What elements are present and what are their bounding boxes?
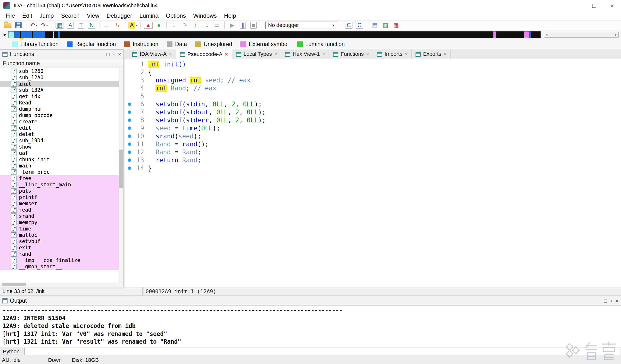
tab-hex-view-1[interactable]: Hex View-1×	[281, 49, 329, 59]
structs-button[interactable]: ▦	[54, 21, 65, 29]
maximize-panel-button[interactable]: □	[106, 52, 110, 57]
code-line-10[interactable]: 10 srand(seed);	[125, 132, 621, 140]
signatures-button[interactable]: ▥	[380, 21, 391, 29]
tab-local-types[interactable]: Local Types×	[232, 49, 281, 59]
maximize-button[interactable]: □	[585, 0, 603, 11]
jump-forward-button[interactable]: ↳	[112, 21, 123, 29]
horizontal-scrollbar[interactable]	[0, 282, 123, 287]
close-button[interactable]: ×	[603, 0, 621, 11]
compile-script-button[interactable]: C	[344, 21, 354, 29]
tab-functions[interactable]: Functions×	[329, 49, 373, 59]
close-icon[interactable]: ×	[444, 52, 447, 56]
function-row-create[interactable]: ƒcreate	[0, 119, 119, 125]
code-line-12[interactable]: 12 Rand = Rand;	[125, 148, 621, 156]
run-to-cursor-button[interactable]: ↴	[201, 21, 211, 29]
python-input[interactable]	[24, 348, 620, 355]
maximize-panel-button[interactable]: □	[604, 298, 607, 303]
start-process-button[interactable]: ●	[154, 21, 164, 29]
float-panel-button[interactable]: ▫	[610, 298, 612, 303]
function-row-puts[interactable]: ƒputs	[0, 188, 119, 194]
code-line-13[interactable]: 13 return Rand;	[125, 156, 621, 164]
close-icon[interactable]: ×	[322, 52, 325, 56]
names-button[interactable]: N	[86, 21, 97, 29]
run-until-return-button[interactable]: ↑	[190, 21, 201, 29]
pause-button[interactable]: ∥	[238, 21, 248, 29]
vertical-scrollbar[interactable]	[119, 68, 123, 282]
function-row-libc-start-main[interactable]: ƒ__libc_start_main	[0, 182, 119, 188]
function-row-dump-opcode[interactable]: ƒdump_opcode	[0, 112, 119, 119]
menu-jump[interactable]: Jump	[36, 11, 57, 20]
menu-options[interactable]: Options	[162, 11, 190, 20]
save-file-button[interactable]	[13, 21, 24, 29]
function-row-free[interactable]: ƒfree	[0, 175, 119, 182]
function-row-dump-num[interactable]: ƒdump_num	[0, 106, 119, 112]
function-row-chunk-init[interactable]: ƒchunk_init	[0, 156, 119, 163]
close-panel-button[interactable]: ×	[616, 298, 619, 303]
menu-search[interactable]: Search	[57, 11, 83, 20]
function-row-show[interactable]: ƒshow	[0, 144, 119, 150]
code-line-6[interactable]: 6 setvbuf(stdin, 0LL, 2, 0LL);	[125, 100, 621, 108]
function-name-column-header[interactable]: Function name	[0, 59, 123, 68]
function-row-init[interactable]: ƒinit	[0, 81, 119, 87]
redo-button[interactable]: ↷▾	[39, 21, 50, 29]
function-row-term-proc[interactable]: ƒ_term_proc	[0, 169, 119, 175]
function-row-exit[interactable]: ƒexit	[0, 245, 119, 251]
close-icon[interactable]: ×	[169, 52, 172, 56]
code-line-3[interactable]: 3 unsigned int seed; // eax	[125, 76, 621, 84]
code-line-9[interactable]: 9 seed = time(0LL);	[125, 124, 621, 132]
problems-button[interactable]: ▦	[391, 21, 401, 29]
function-row-time[interactable]: ƒtime	[0, 226, 119, 232]
tab-imports[interactable]: Imports×	[373, 49, 412, 59]
navigation-band[interactable]	[8, 31, 541, 38]
function-row-sub-19d4[interactable]: ƒsub_19D4	[0, 137, 119, 144]
close-icon[interactable]: ×	[366, 52, 369, 56]
menu-windows[interactable]: Windows	[190, 11, 220, 20]
navband-arrow-icon[interactable]: ▶	[2, 32, 8, 37]
code-line-14[interactable]: 14}	[125, 164, 621, 172]
debugger-select[interactable]: No debugger▾	[265, 22, 337, 29]
python-label[interactable]: Python	[0, 347, 23, 356]
function-row-malloc[interactable]: ƒmalloc	[0, 232, 119, 238]
function-row-sub-1260[interactable]: ƒsub_1260	[0, 68, 119, 74]
float-panel-button[interactable]: ▫	[113, 52, 115, 57]
menu-file[interactable]: File	[2, 11, 19, 20]
menu-debugger[interactable]: Debugger	[103, 11, 136, 20]
function-row-rand[interactable]: ƒrand	[0, 251, 119, 257]
stop-button[interactable]: ■	[248, 21, 259, 29]
function-row-imp-cxa-finalize[interactable]: ƒ__imp___cxa_finalize	[0, 257, 119, 263]
strings-button[interactable]: T	[76, 21, 86, 29]
open-file-button[interactable]	[2, 21, 13, 29]
menu-lumina[interactable]: Lumina	[136, 11, 162, 20]
function-row-read[interactable]: ƒread	[0, 207, 119, 213]
step-into-button[interactable]: ↓	[169, 21, 179, 29]
function-row-read[interactable]: ƒRead	[0, 100, 119, 106]
breakpoint-button[interactable]: ▲	[143, 21, 154, 29]
function-row-get-idx[interactable]: ƒget_idx	[0, 93, 119, 100]
code-line-5[interactable]: 5	[125, 92, 621, 100]
function-row-edit[interactable]: ƒedit	[0, 125, 119, 131]
function-row-uaf[interactable]: ƒuaf	[0, 150, 119, 156]
tab-exports[interactable]: Exports×	[412, 49, 450, 59]
code-line-4[interactable]: 4 int Rand; // eax	[125, 84, 621, 92]
code-line-1[interactable]: 1int init()	[125, 60, 621, 68]
minimize-button[interactable]: –	[567, 0, 585, 11]
detach-button[interactable]: ▭	[211, 21, 222, 29]
function-row-sub-132a[interactable]: ƒsub_132A	[0, 87, 119, 93]
code-line-8[interactable]: 8 setvbuf(stderr, 0LL, 2, 0LL);	[125, 116, 621, 124]
tab-pseudocode-a[interactable]: Pseudocode-A×	[176, 49, 232, 59]
function-row-memcpy[interactable]: ƒmemcpy	[0, 219, 119, 226]
scroll-right-icon[interactable]: ▸	[615, 32, 617, 37]
function-row-memset[interactable]: ƒmemset	[0, 200, 119, 207]
step-over-button[interactable]: ↷	[179, 21, 190, 29]
function-row-gmon-start[interactable]: ƒ__gmon_start__	[0, 263, 119, 270]
function-row-delet[interactable]: ƒdelet	[0, 131, 119, 137]
close-panel-button[interactable]: ×	[118, 52, 121, 57]
menu-view[interactable]: View	[83, 11, 103, 20]
menu-edit[interactable]: Edit	[19, 11, 36, 20]
undo-button[interactable]: ↶▾	[28, 21, 39, 29]
function-row-sub-12a0[interactable]: ƒsub_12A0	[0, 74, 119, 81]
font-color-button[interactable]: A▾	[128, 21, 138, 29]
jump-back-button[interactable]: ←	[102, 21, 112, 29]
pseudocode-view[interactable]: 1int init()2{3 unsigned int seed; // eax…	[125, 59, 621, 287]
script-command-button[interactable]: C	[354, 21, 365, 29]
